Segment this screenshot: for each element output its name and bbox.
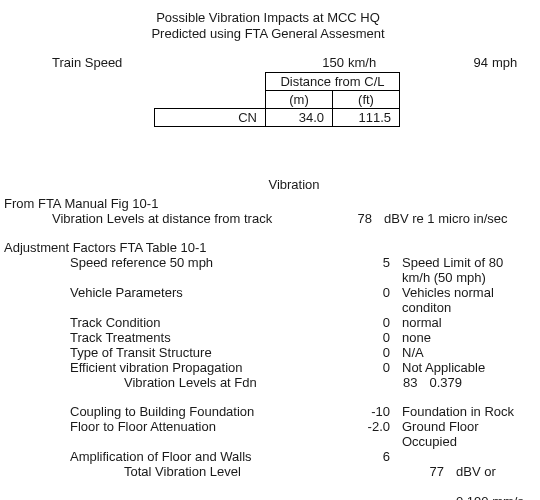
factor-value: -10 xyxy=(330,404,402,419)
vibration-header: Vibration xyxy=(264,177,324,192)
distance-ft-value: 111.5 xyxy=(333,109,400,127)
factor-note: Vehicles normal conditon xyxy=(402,285,532,315)
factor-value: 0 xyxy=(330,360,402,375)
distance-table: Distance from C/L (m) (ft) CN 34.0 111.5 xyxy=(154,72,400,127)
vib-fdn-extra: 0.379 xyxy=(429,375,532,390)
train-speed-kmh: 150 xyxy=(322,55,344,70)
vib-fdn-value: 83 xyxy=(362,375,429,390)
factor-note: none xyxy=(402,330,532,345)
factor-value: 0 xyxy=(330,345,402,360)
vib-dist-note: dBV re 1 micro in/sec xyxy=(384,211,532,226)
factor-note: normal xyxy=(402,315,532,330)
distance-col-m: (m) xyxy=(266,91,333,109)
distance-m-value: 34.0 xyxy=(266,109,333,127)
factor-label: Track Condition xyxy=(4,315,330,330)
page-title: Possible Vibration Impacts at MCC HQ xyxy=(4,10,532,25)
train-speed-mph: 94 xyxy=(474,55,488,70)
total-note: dBV or 0.190 mm/s xyxy=(456,464,532,500)
fta-source: From FTA Manual Fig 10-1 xyxy=(4,196,532,211)
factor-note: Ground Floor Occupied xyxy=(402,419,532,449)
factor-label: Track Treatments xyxy=(4,330,330,345)
factor-label: Coupling to Building Foundation xyxy=(4,404,330,419)
vib-dist-value: 78 xyxy=(312,211,384,226)
factor-value: 0 xyxy=(330,285,402,300)
adj-factors-header: Adjustment Factors FTA Table 10-1 xyxy=(4,240,532,255)
total-value: 77 xyxy=(384,464,456,479)
train-speed-kmh-unit: km/h xyxy=(344,55,398,70)
page-subtitle: Predicted using FTA General Assesment xyxy=(4,26,532,41)
factor-label: Speed reference 50 mph xyxy=(4,255,330,270)
factor-note: Not Applicable xyxy=(402,360,532,375)
factor-label: Type of Transit Structure xyxy=(4,345,330,360)
factor-note: Speed Limit of 80 km/h (50 mph) xyxy=(402,255,532,285)
factor-value: 0 xyxy=(330,330,402,345)
factor-value: 0 xyxy=(330,315,402,330)
factor-note: N/A xyxy=(402,345,532,360)
factor-label: Vehicle Parameters xyxy=(4,285,330,300)
distance-header: Distance from C/L xyxy=(266,73,400,91)
factor-label: Efficient vibration Propagation xyxy=(4,360,330,375)
vib-fdn-label: Vibration Levels at Fdn xyxy=(4,375,362,390)
factor-note: Foundation in Rock xyxy=(402,404,532,419)
factor-label: Amplification of Floor and Walls xyxy=(4,449,330,464)
train-speed-mph-unit: mph xyxy=(488,55,517,70)
factor-value: 5 xyxy=(330,255,402,270)
vib-dist-label: Vibration Levels at distance from track xyxy=(4,211,312,226)
factor-label: Floor to Floor Attenuation xyxy=(4,419,330,434)
factor-value: 6 xyxy=(330,449,402,464)
train-speed-label: Train Speed xyxy=(4,55,284,70)
factor-value: -2.0 xyxy=(330,419,402,434)
distance-row-label: CN xyxy=(155,109,266,127)
total-label: Total Vibration Level xyxy=(4,464,384,479)
distance-col-ft: (ft) xyxy=(333,91,400,109)
